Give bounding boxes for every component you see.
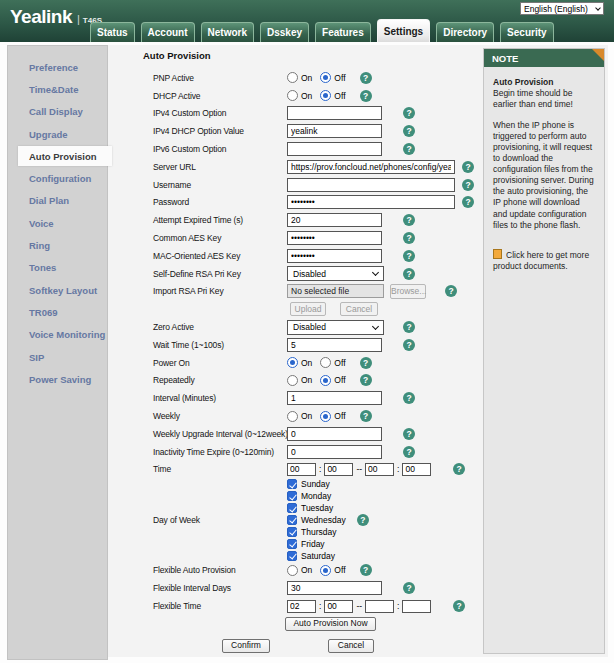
time-segment-2[interactable]: [365, 463, 394, 476]
help-icon[interactable]: ?: [403, 392, 415, 404]
radio-flexible-auto-provision-off[interactable]: [320, 565, 331, 576]
product-documents-link[interactable]: Click here to get more product documents…: [493, 249, 595, 272]
tab-network[interactable]: Network: [201, 22, 254, 42]
language-select[interactable]: English (English): [520, 2, 604, 15]
radio-pnp-active-off[interactable]: [320, 72, 331, 83]
radio-weekly-on[interactable]: [287, 411, 298, 422]
ipv4-dhcp-option-value-input[interactable]: [287, 124, 382, 138]
tab-settings[interactable]: Settings: [377, 19, 430, 42]
checkbox-tuesday[interactable]: Tuesday: [287, 502, 369, 514]
common-aes-key-input[interactable]: [287, 231, 382, 245]
help-icon[interactable]: ?: [403, 250, 415, 262]
help-icon[interactable]: ?: [403, 232, 415, 244]
tab-features[interactable]: Features: [315, 22, 371, 42]
ipv6-custom-option-input[interactable]: [287, 142, 382, 156]
radio-option-weekly-off[interactable]: Off: [320, 411, 345, 422]
help-icon[interactable]: ?: [360, 72, 372, 84]
password-input[interactable]: [287, 195, 455, 209]
flexible-interval-days-input[interactable]: [287, 581, 382, 595]
help-icon[interactable]: ?: [462, 179, 474, 191]
checkbox-sunday[interactable]: Sunday: [287, 478, 369, 490]
help-icon[interactable]: ?: [360, 90, 372, 102]
checkbox-thursday[interactable]: Thursday: [287, 526, 369, 538]
checkbox-input-sunday[interactable]: [287, 479, 297, 489]
checkbox-input-saturday[interactable]: [287, 551, 297, 561]
help-icon[interactable]: ?: [462, 196, 474, 208]
help-icon[interactable]: ?: [403, 339, 415, 351]
zero-active-select[interactable]: Disabled: [287, 320, 384, 335]
radio-option-flexible-auto-provision-on[interactable]: On: [287, 565, 312, 576]
sidebar-item-time-date[interactable]: Time&Date: [8, 78, 107, 100]
sidebar-item-voice[interactable]: Voice: [8, 212, 107, 234]
server-url-input[interactable]: [287, 160, 455, 174]
cancel-button[interactable]: Cancel: [328, 639, 374, 653]
confirm-button[interactable]: Confirm: [222, 639, 270, 653]
self-define-rsa-pri-key-select[interactable]: Disabled: [287, 266, 384, 281]
radio-option-pnp-active-on[interactable]: On: [287, 72, 312, 83]
flexible-time-segment-2[interactable]: [365, 600, 394, 613]
weekly-upgrade-interval-0-12week-input[interactable]: [287, 427, 382, 441]
tab-directory[interactable]: Directory: [436, 22, 494, 42]
help-icon[interactable]: ?: [403, 268, 415, 280]
checkbox-saturday[interactable]: Saturday: [287, 550, 369, 562]
radio-dhcp-active-on[interactable]: [287, 90, 298, 101]
checkbox-friday[interactable]: Friday: [287, 538, 369, 550]
tab-status[interactable]: Status: [90, 22, 135, 42]
radio-option-weekly-on[interactable]: On: [287, 411, 312, 422]
radio-option-pnp-active-off[interactable]: Off: [320, 72, 345, 83]
help-icon[interactable]: ?: [360, 374, 372, 386]
radio-pnp-active-on[interactable]: [287, 72, 298, 83]
attempt-expired-time-s-input[interactable]: [287, 213, 382, 227]
help-icon[interactable]: ?: [453, 463, 465, 475]
help-icon[interactable]: ?: [453, 600, 465, 612]
help-icon[interactable]: ?: [357, 514, 369, 526]
radio-option-repeatedly-on[interactable]: On: [287, 375, 312, 386]
tab-dsskey[interactable]: Dsskey: [260, 22, 309, 42]
help-icon[interactable]: ?: [360, 564, 372, 576]
radio-weekly-off[interactable]: [320, 411, 331, 422]
flexible-time-segment-0[interactable]: [287, 600, 316, 613]
tab-account[interactable]: Account: [141, 22, 195, 42]
checkbox-input-thursday[interactable]: [287, 527, 297, 537]
sidebar-item-tones[interactable]: Tones: [8, 257, 107, 279]
radio-repeatedly-off[interactable]: [320, 375, 331, 386]
radio-option-dhcp-active-on[interactable]: On: [287, 90, 312, 101]
help-icon[interactable]: ?: [403, 582, 415, 594]
radio-option-dhcp-active-off[interactable]: Off: [320, 90, 345, 101]
help-icon[interactable]: ?: [445, 285, 457, 297]
browse-button[interactable]: Browse...: [390, 284, 426, 299]
checkbox-input-wednesday[interactable]: [287, 515, 297, 525]
sidebar-item-call-display[interactable]: Call Display: [8, 101, 107, 123]
sidebar-item-upgrade[interactable]: Upgrade: [8, 123, 107, 145]
checkbox-input-monday[interactable]: [287, 491, 297, 501]
time-segment-3[interactable]: [402, 463, 431, 476]
tab-security[interactable]: Security: [500, 22, 553, 42]
help-icon[interactable]: ?: [462, 161, 474, 173]
help-icon[interactable]: ?: [403, 107, 415, 119]
mac-oriented-aes-key-input[interactable]: [287, 249, 382, 263]
help-icon[interactable]: ?: [360, 410, 372, 422]
help-icon[interactable]: ?: [360, 357, 372, 369]
interval-minutes-input[interactable]: [287, 391, 382, 405]
radio-power-on-off[interactable]: [320, 357, 331, 368]
sidebar-item-tr069[interactable]: TR069: [8, 301, 107, 323]
radio-option-power-on-on[interactable]: On: [287, 357, 312, 368]
radio-repeatedly-on[interactable]: [287, 375, 298, 386]
radio-flexible-auto-provision-on[interactable]: [287, 565, 298, 576]
help-icon[interactable]: ?: [403, 214, 415, 226]
radio-option-flexible-auto-provision-off[interactable]: Off: [320, 565, 345, 576]
radio-power-on-on[interactable]: [287, 357, 298, 368]
wait-time-1-100s-input[interactable]: [287, 338, 382, 352]
help-icon[interactable]: ?: [403, 446, 415, 458]
upload-button[interactable]: Upload: [290, 302, 326, 316]
sidebar-item-softkey-layout[interactable]: Softkey Layout: [8, 279, 107, 301]
time-segment-0[interactable]: [287, 463, 316, 476]
sidebar-item-dial-plan[interactable]: Dial Plan: [8, 190, 107, 212]
inactivity-time-expire-0-120min-input[interactable]: [287, 445, 382, 459]
cancel-button[interactable]: Cancel: [340, 302, 378, 316]
checkbox-input-friday[interactable]: [287, 539, 297, 549]
sidebar-item-voice-monitoring[interactable]: Voice Monitoring: [8, 324, 107, 346]
checkbox-input-tuesday[interactable]: [287, 503, 297, 513]
radio-option-power-on-off[interactable]: Off: [320, 357, 345, 368]
help-icon[interactable]: ?: [403, 428, 415, 440]
